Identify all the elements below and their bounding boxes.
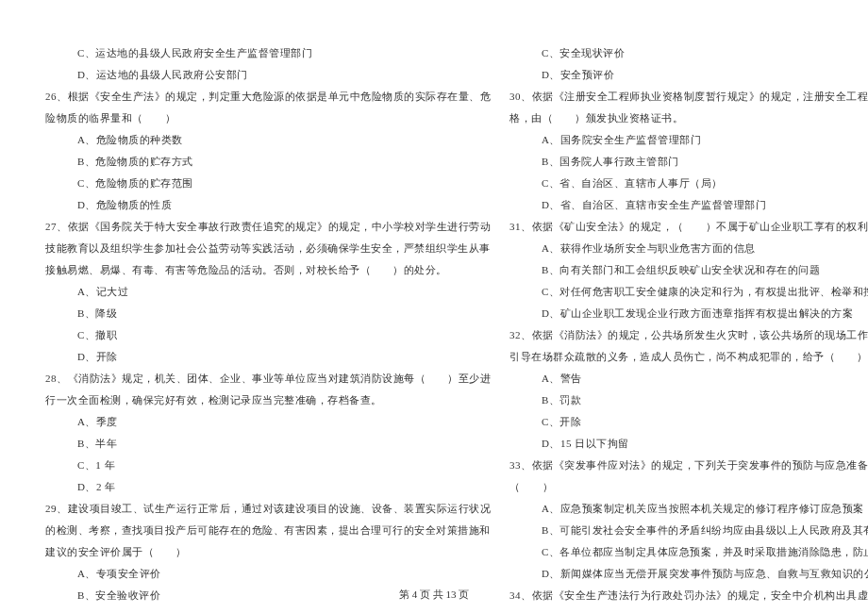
exam-question-line: 26、根据《安全生产法》的规定，判定重大危险源的依据是单元中危险物质的实际存在量… (45, 86, 491, 108)
exam-option: A、季度 (45, 411, 491, 433)
exam-option: A、获得作业场所安全与职业危害方面的信息 (509, 238, 868, 259)
exam-option: D、安全预评价 (509, 64, 868, 86)
exam-option: D、矿山企业职工发现企业行政方面违章指挥有权提出解决的方案 (509, 303, 868, 324)
exam-question-line: （ ） (509, 476, 868, 498)
exam-option: D、2 年 (45, 476, 491, 498)
exam-question-line: 险物质的临界量和（ ） (45, 108, 491, 129)
exam-option: A、专项安全评价 (45, 563, 491, 585)
exam-question-line: 建议的安全评价属于（ ） (45, 541, 491, 563)
exam-option: B、罚款 (509, 389, 868, 411)
exam-question-line: 33、依据《突发事件应对法》的规定，下列关于突发事件的预防与应急准备的说法，正确… (509, 455, 868, 476)
exam-option: B、降级 (45, 303, 491, 324)
exam-option: D、15 日以下拘留 (509, 433, 868, 455)
exam-option: D、新闻媒体应当无偿开展突发事件预防与应急、自救与互救知识的公益宣传 (509, 563, 868, 585)
exam-option: B、危险物质的贮存方式 (45, 151, 491, 173)
exam-question-line: 27、依据《国务院关于特大安全事故行政责任追究的规定》的规定，中小学校对学生进行… (45, 216, 491, 238)
exam-option: C、1 年 (45, 455, 491, 476)
exam-option: C、安全现状评价 (509, 42, 868, 64)
exam-option: C、开除 (509, 411, 868, 433)
exam-option: C、运达地的县级人民政府安全生产监督管理部门 (45, 42, 491, 64)
exam-option: D、危险物质的性质 (45, 194, 491, 216)
exam-option: C、对任何危害职工安全健康的决定和行为，有权提出批评、检举和控告 (509, 281, 868, 303)
exam-option: C、各单位都应当制定具体应急预案，并及时采取措施消除隐患，防止发生突发事件 (509, 541, 868, 563)
exam-option: C、省、自治区、直辖市人事厅（局） (509, 173, 868, 194)
exam-option: D、运达地的县级人民政府公安部门 (45, 64, 491, 86)
exam-option: A、记大过 (45, 281, 491, 303)
exam-option: D、省、自治区、直辖市安全生产监督管理部门 (509, 194, 868, 216)
exam-option: C、危险物质的贮存范围 (45, 173, 491, 194)
exam-option: C、撤职 (45, 324, 491, 346)
exam-option: A、应急预案制定机关应当按照本机关规定的修订程序修订应急预案 (509, 498, 868, 520)
exam-option: B、半年 (45, 433, 491, 455)
exam-question-line: 30、依据《注册安全工程师执业资格制度暂行规定》的规定，注册安全工程师执业资格考… (509, 86, 868, 108)
exam-question-line: 接触易燃、易爆、有毒、有害等危险品的活动。否则，对校长给予（ ）的处分。 (45, 259, 491, 281)
right-column: C、安全现状评价D、安全预评价30、依据《注册安全工程师执业资格制度暂行规定》的… (509, 42, 868, 585)
exam-option: D、开除 (45, 346, 491, 368)
exam-option: A、警告 (509, 368, 868, 389)
exam-question-line: 28、《消防法》规定，机关、团体、企业、事业等单位应当对建筑消防设施每（ ）至少… (45, 368, 491, 389)
exam-option: B、国务院人事行政主管部门 (509, 151, 868, 173)
page-footer: 第 4 页 共 13 页 (0, 588, 868, 602)
exam-question-line: 29、建设项目竣工、试生产运行正常后，通过对该建设项目的设施、设备、装置实际运行… (45, 498, 491, 520)
exam-question-line: 的检测、考察，查找项目投产后可能存在的危险、有害因素，提出合理可行的安全对策措施… (45, 520, 491, 541)
exam-question-line: 32、依据《消防法》的规定，公共场所发生火灾时，该公共场所的现场工作人员不履行组… (509, 324, 868, 346)
exam-question-line: 技能教育以及组织学生参加社会公益劳动等实践活动，必须确保学生安全，严禁组织学生从… (45, 238, 491, 259)
exam-option: B、向有关部门和工会组织反映矿山安全状况和存在的问题 (509, 259, 868, 281)
exam-question-line: 引导在场群众疏散的义务，造成人员伤亡，尚不构成犯罪的，给予（ ） (509, 346, 868, 368)
exam-question-line: 格，由（ ）颁发执业资格证书。 (509, 108, 868, 129)
exam-question-line: 31、依据《矿山安全法》的规定，（ ）不属于矿山企业职工享有的权利。 (509, 216, 868, 238)
exam-option: A、国务院安全生产监督管理部门 (509, 129, 868, 151)
left-column: C、运达地的县级人民政府安全生产监督管理部门D、运达地的县级人民政府公安部门26… (45, 42, 491, 585)
exam-option: B、可能引发社会安全事件的矛盾纠纷均应由县级以上人民政府及其有关部门负责调解处理 (509, 520, 868, 541)
exam-question-line: 行一次全面检测，确保完好有效，检测记录应当完整准确，存档备查。 (45, 389, 491, 411)
exam-option: A、危险物质的种类数 (45, 129, 491, 151)
